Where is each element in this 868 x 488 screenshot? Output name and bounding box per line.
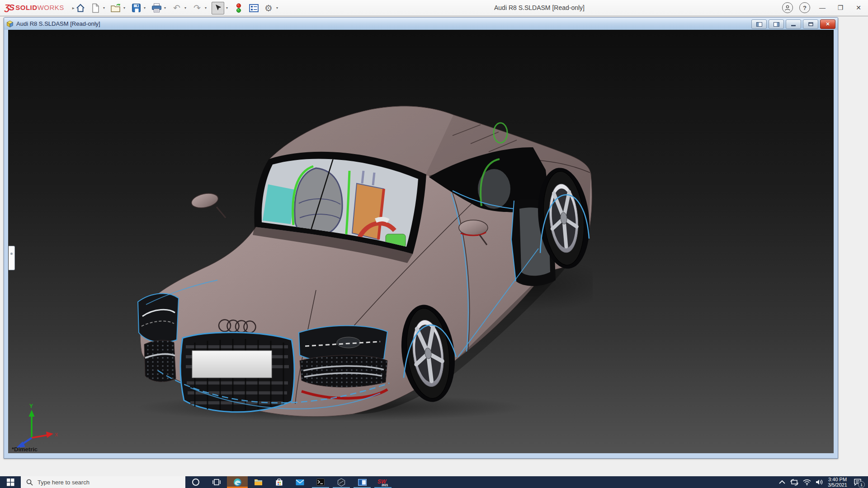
task-pane-button[interactable]: [248, 2, 259, 14]
open-folder-icon: [110, 3, 121, 13]
taskbar-search-input[interactable]: Type here to search: [21, 476, 185, 488]
license-plate: [192, 351, 272, 378]
solidworks-logo-icon: ƷS: [5, 3, 14, 13]
traffic-light-button[interactable]: [233, 2, 245, 14]
app-window-title: Audi R8 S.SLDASM [Read-only]: [494, 4, 585, 11]
appbar-right-controls: ? — ❐ ✕: [782, 0, 864, 15]
file-explorer-icon: [254, 479, 263, 486]
doc-minimize-button[interactable]: [786, 19, 801, 29]
left-pane-icon: [756, 22, 762, 27]
connect-display-icon[interactable]: [790, 479, 798, 486]
reference-triad: Y X: [13, 404, 58, 449]
car-model-audi-r8[interactable]: [136, 104, 593, 420]
taskbar-app-mail[interactable]: [289, 476, 310, 488]
store-icon: [275, 478, 283, 486]
undo-button[interactable]: ↶: [171, 2, 183, 14]
edge-icon: [233, 478, 242, 487]
document-window: Audi R8 S.SLDASM [Read-only]: [4, 17, 838, 459]
redo-dropdown[interactable]: ▾: [203, 6, 208, 10]
taskbar-app-file-explorer[interactable]: [248, 476, 269, 488]
triad-x-label: X: [55, 432, 58, 437]
show-left-pane-button[interactable]: [751, 19, 767, 29]
featuremanager-collapsed-tab[interactable]: [9, 246, 15, 270]
help-icon: ?: [803, 5, 807, 11]
document-titlebar[interactable]: Audi R8 S.SLDASM [Read-only]: [4, 18, 838, 30]
windows-logo-icon: [7, 479, 14, 486]
wifi-icon[interactable]: [803, 479, 811, 485]
options-dropdown[interactable]: ▾: [274, 6, 280, 10]
save-button[interactable]: [130, 2, 142, 14]
brand-bold: SOLID: [15, 4, 37, 11]
user-icon: [784, 5, 791, 11]
volume-icon[interactable]: [816, 479, 823, 485]
window-app-icon: [358, 479, 367, 486]
doc-close-button[interactable]: ✕: [820, 19, 835, 29]
taskbar-app-window[interactable]: [352, 476, 373, 488]
hidden-icons-chevron[interactable]: [778, 480, 786, 484]
undo-dropdown[interactable]: ▾: [183, 6, 188, 10]
close-button[interactable]: ✕: [853, 4, 864, 11]
assembly-icon: [6, 20, 14, 28]
open-dropdown[interactable]: ▾: [122, 6, 127, 10]
solidworks-2021-icon: SW 2021: [377, 478, 389, 487]
options-button[interactable]: ⚙: [263, 2, 274, 14]
gear-icon: ⚙: [264, 3, 273, 14]
new-document-button[interactable]: [90, 2, 101, 14]
taskbar: Type here to search: [0, 476, 868, 488]
doc-restore-icon: [808, 22, 813, 26]
solidworks-logo: ƷS SOLIDWORKS ▸: [5, 3, 75, 13]
home-button[interactable]: [75, 2, 86, 14]
clock-time: 3:40 PM: [828, 477, 847, 482]
restore-button[interactable]: ❐: [835, 4, 846, 11]
notification-badge: 1: [858, 481, 865, 488]
document-window-buttons: ✕: [751, 19, 835, 29]
app-titlebar: ƷS SOLIDWORKS ▸ ▾ ▾: [0, 0, 868, 16]
taskbar-app-edge[interactable]: [227, 476, 248, 488]
print-button[interactable]: [151, 2, 162, 14]
taskbar-clock[interactable]: 3:40 PM 3/5/2021: [828, 477, 847, 488]
cortana-icon: [192, 478, 200, 486]
doc-minimize-icon: [791, 23, 796, 26]
traffic-light-icon: [236, 3, 241, 13]
select-cursor-icon: [214, 4, 222, 12]
redo-button[interactable]: ↷: [191, 2, 203, 14]
task-view-button[interactable]: [206, 476, 227, 488]
home-icon: [75, 3, 85, 13]
select-dropdown[interactable]: ▾: [224, 6, 230, 10]
mail-icon: [296, 479, 304, 486]
action-center-button[interactable]: 1: [852, 477, 863, 487]
cortana-button[interactable]: [185, 476, 206, 488]
print-dropdown[interactable]: ▾: [162, 6, 168, 10]
save-dropdown[interactable]: ▾: [142, 6, 147, 10]
print-icon: [151, 3, 162, 13]
account-button[interactable]: [782, 2, 793, 13]
start-button[interactable]: [0, 476, 21, 488]
taskbar-app-command-prompt[interactable]: [310, 476, 331, 488]
undo-icon: ↶: [173, 4, 180, 12]
taskbar-app-solidworks[interactable]: SW 2021: [373, 476, 393, 488]
open-button[interactable]: [110, 2, 122, 14]
view-orientation-label: *Dimetric: [12, 446, 38, 453]
taskbar-app-store[interactable]: [269, 476, 289, 488]
triad-y-label: Y: [29, 404, 33, 409]
search-icon: [26, 479, 33, 486]
new-document-icon: [91, 3, 100, 13]
taskbar-app-hexagon[interactable]: [331, 476, 352, 488]
hexagon-app-icon: [337, 478, 345, 487]
redo-icon: ↷: [193, 4, 201, 12]
clock-date: 3/5/2021: [828, 482, 847, 488]
select-button[interactable]: [212, 2, 224, 14]
new-dropdown[interactable]: ▾: [101, 6, 107, 10]
show-right-pane-button[interactable]: [769, 19, 784, 29]
command-prompt-icon: [316, 479, 325, 486]
sw-year: 2021: [382, 483, 388, 487]
minimize-button[interactable]: —: [816, 4, 828, 11]
brand-light: WORKS: [38, 4, 64, 11]
search-placeholder: Type here to search: [38, 479, 90, 486]
graphics-viewport[interactable]: Y X *Dimetric: [8, 30, 834, 453]
right-pane-icon: [774, 22, 779, 27]
document-title: Audi R8 S.SLDASM [Read-only]: [16, 20, 100, 27]
help-button[interactable]: ?: [799, 2, 810, 13]
system-tray: 3:40 PM 3/5/2021 1: [778, 476, 868, 488]
doc-restore-button[interactable]: [803, 19, 818, 29]
